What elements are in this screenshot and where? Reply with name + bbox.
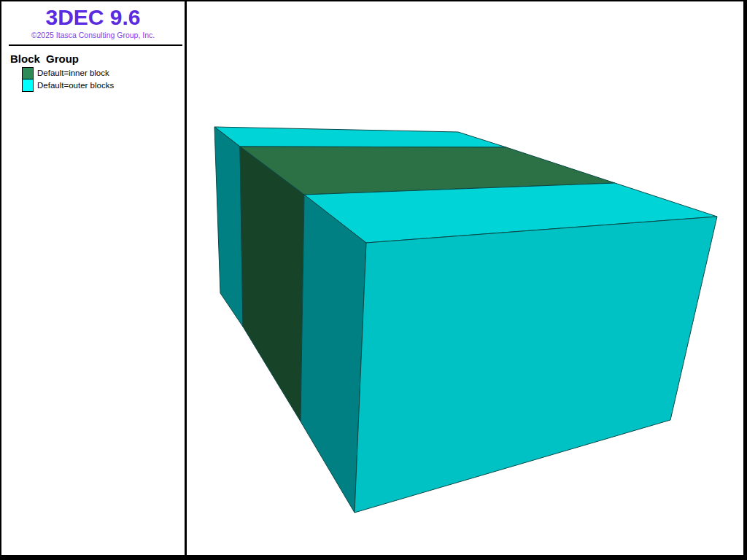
model-viewport[interactable]	[187, 1, 743, 555]
legend-item-label: Default=inner block	[34, 67, 109, 79]
block-model-svg	[187, 1, 743, 555]
model-face-outer-front-slab-front	[355, 217, 717, 513]
legend-item-label: Default=outer blocks	[34, 79, 114, 92]
model-face-outer-back-slab-side	[214, 127, 243, 327]
model-face-inner-slab-side	[240, 147, 304, 421]
legend-item-outer-blocks: Default=outer blocks	[1, 79, 185, 92]
header-separator	[9, 44, 182, 46]
outer-blocks-color-swatch	[22, 79, 34, 92]
inner-block-color-swatch	[22, 67, 34, 79]
legend-title: Block Group	[10, 52, 185, 65]
model-face-outer-back-slab-top	[214, 127, 506, 147]
app-title: 3DEC 9.6	[1, 6, 185, 29]
window-frame: 3DEC 9.6 ©2025 Itasca Consulting Group, …	[0, 0, 747, 560]
legend-panel: 3DEC 9.6 ©2025 Itasca Consulting Group, …	[1, 1, 185, 555]
window-content: 3DEC 9.6 ©2025 Itasca Consulting Group, …	[1, 1, 743, 555]
copyright-text: ©2025 Itasca Consulting Group, Inc.	[1, 31, 185, 39]
legend-item-inner-block: Default=inner block	[1, 67, 185, 79]
